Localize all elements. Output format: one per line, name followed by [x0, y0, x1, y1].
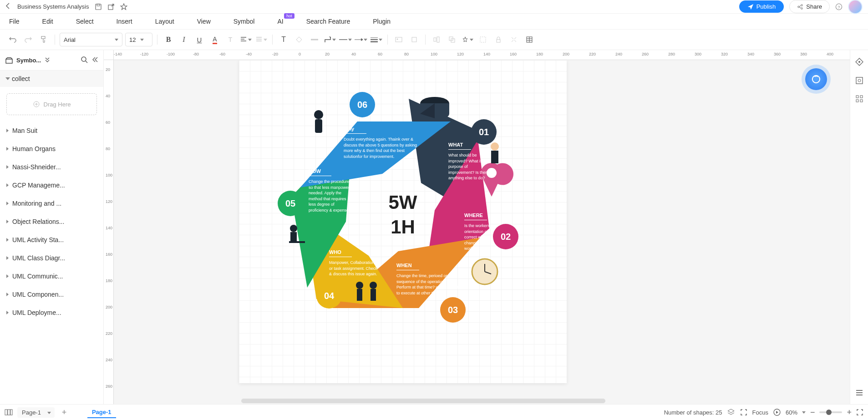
settings-rail-icon[interactable]: [855, 76, 864, 86]
user-avatar[interactable]: [848, 0, 863, 14]
ungroup-button[interactable]: [477, 33, 489, 46]
underline-button[interactable]: U: [193, 33, 206, 46]
save-icon[interactable]: [95, 3, 102, 10]
crop-button[interactable]: [408, 33, 421, 46]
clear-format-button[interactable]: T: [224, 33, 237, 46]
segment-when[interactable]: WHEN Change the time, perioed or swquenc…: [396, 263, 465, 296]
align-objects-button[interactable]: [430, 33, 443, 46]
font-color-button[interactable]: A: [208, 33, 221, 46]
fill-button[interactable]: [293, 33, 305, 46]
svg-point-3: [798, 6, 800, 8]
font-size-select[interactable]: 12: [125, 33, 152, 46]
fullscreen-icon[interactable]: [856, 409, 863, 416]
menu-search-feature[interactable]: Search Feature: [306, 18, 350, 25]
line-weight-button[interactable]: [370, 33, 383, 46]
line-color-button[interactable]: [308, 33, 321, 46]
share-button[interactable]: Share: [789, 0, 830, 13]
format-painter-button[interactable]: [37, 33, 50, 46]
diagram-5w1h[interactable]: 5W 1H WHAT What should be improved? What…: [239, 60, 567, 383]
group-button[interactable]: [446, 33, 458, 46]
add-page-button[interactable]: +: [59, 407, 69, 417]
layers-icon[interactable]: [727, 408, 735, 416]
publish-label: Publish: [756, 3, 776, 10]
menu-file[interactable]: File: [9, 18, 20, 25]
menu-insert[interactable]: Insert: [117, 18, 132, 25]
star-icon[interactable]: [120, 3, 127, 10]
table-button[interactable]: [523, 33, 536, 46]
page-select[interactable]: Page-1: [17, 407, 55, 418]
apps-icon[interactable]: [855, 95, 863, 104]
segment-what[interactable]: WHAT What should be improved? What is th…: [448, 142, 494, 181]
focus-label[interactable]: Focus: [752, 409, 768, 416]
presentation-icon[interactable]: [773, 408, 781, 416]
horizontal-scrollbar[interactable]: [241, 399, 605, 403]
sidebar-item[interactable]: Nassi-Shneider...: [0, 158, 103, 176]
menu-plugin[interactable]: Plugin: [373, 18, 391, 25]
menu-ai[interactable]: AI hot: [277, 18, 283, 25]
list-rail-icon[interactable]: [855, 389, 863, 398]
drag-here-zone[interactable]: Drag Here: [6, 93, 97, 115]
page-tab[interactable]: Page-1: [87, 407, 116, 418]
zoom-out-button[interactable]: −: [810, 408, 815, 417]
sidebar-item[interactable]: UML Activity Sta...: [0, 231, 103, 249]
canvas-viewport[interactable]: 5W 1H WHAT What should be improved? What…: [114, 60, 850, 404]
zoom-slider[interactable]: [819, 411, 842, 413]
canvas-page[interactable]: 5W 1H WHAT What should be improved? What…: [239, 60, 567, 383]
circle-04[interactable]: 04: [316, 283, 342, 309]
font-select[interactable]: Arial: [60, 33, 122, 46]
focus-icon[interactable]: [740, 408, 748, 416]
chevrons-down-icon[interactable]: [45, 57, 50, 64]
sidebar-collect-section[interactable]: collect: [0, 71, 103, 87]
arrow-style-button[interactable]: [355, 33, 367, 46]
sidebar-item[interactable]: UML Communic...: [0, 267, 103, 285]
circle-06[interactable]: 06: [350, 92, 375, 117]
sidebar-item[interactable]: UML Class Diagr...: [0, 249, 103, 267]
sidebar-item[interactable]: GCP Manageme...: [0, 176, 103, 194]
ai-assistant-bubble[interactable]: [805, 68, 827, 90]
sidebar-item[interactable]: Man Suit: [0, 121, 103, 140]
connector-button[interactable]: [324, 33, 336, 46]
back-icon[interactable]: [5, 3, 12, 10]
search-icon[interactable]: [81, 56, 88, 65]
circle-02[interactable]: 02: [493, 224, 518, 249]
segment-how[interactable]: HOW Change the procedure so that less ma…: [309, 168, 354, 213]
sidebar-item[interactable]: UML Componen...: [0, 285, 103, 304]
bold-button[interactable]: B: [162, 33, 175, 46]
collapse-sidebar-icon[interactable]: [91, 56, 98, 64]
line-style-button[interactable]: [339, 33, 352, 46]
circle-03[interactable]: 03: [440, 297, 466, 323]
line-spacing-button[interactable]: [255, 33, 268, 46]
right-rail: [850, 50, 868, 404]
help-icon[interactable]: ?: [835, 3, 843, 10]
menu-view[interactable]: View: [197, 18, 211, 25]
align-button[interactable]: [239, 33, 252, 46]
sidebar-item[interactable]: Object Relations...: [0, 213, 103, 231]
zoom-value[interactable]: 60%: [786, 409, 797, 416]
segment-who[interactable]: WHO Manpower, Collaboration or task assi…: [329, 249, 379, 277]
italic-button[interactable]: I: [178, 33, 190, 46]
sidebar-item[interactable]: Human Organs: [0, 140, 103, 158]
theme-icon[interactable]: [855, 57, 864, 68]
sidebar-item[interactable]: UML Deployme...: [0, 304, 103, 322]
circle-01[interactable]: 01: [471, 119, 497, 145]
segment-why[interactable]: Why Doubt everything again. Thaink over …: [344, 126, 421, 159]
menu-edit[interactable]: Edit: [42, 18, 53, 25]
canvas-area[interactable]: -140-120-100-80-60-40-200204060801001201…: [104, 50, 850, 404]
undo-button[interactable]: [6, 33, 19, 46]
menu-select[interactable]: Select: [76, 18, 94, 25]
redo-button[interactable]: [22, 33, 35, 46]
image-insert-button[interactable]: [392, 33, 405, 46]
menu-layout[interactable]: Layout: [155, 18, 174, 25]
tools-button[interactable]: [508, 33, 520, 46]
text-tool-button[interactable]: T: [277, 33, 290, 46]
menu-symbol[interactable]: Symbol: [233, 18, 255, 25]
export-icon[interactable]: [107, 3, 115, 10]
sidebar-item[interactable]: Monitoring and ...: [0, 194, 103, 213]
publish-button[interactable]: Publish: [739, 0, 784, 13]
effects-button[interactable]: [461, 33, 474, 46]
pages-icon[interactable]: [5, 409, 13, 416]
zoom-in-button[interactable]: +: [847, 408, 852, 417]
lock-button[interactable]: [492, 33, 505, 46]
svg-rect-45: [357, 289, 362, 301]
circle-05[interactable]: 05: [278, 191, 303, 216]
